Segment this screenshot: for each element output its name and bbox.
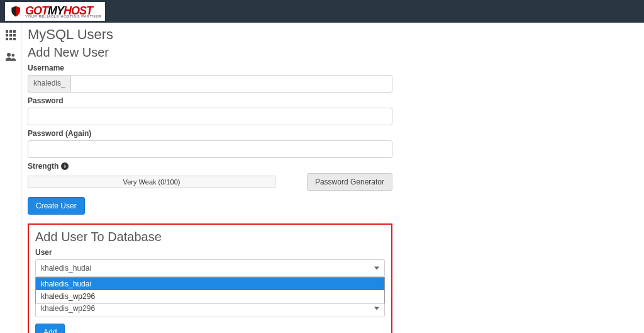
page-title: MySQL Users [28,26,638,43]
create-user-button[interactable]: Create User [28,197,85,215]
info-icon[interactable]: i [61,162,69,170]
strength-meter: Very Weak (0/100) [28,176,275,188]
shield-icon [9,4,23,19]
grid-icon[interactable] [4,29,17,42]
top-navbar: GOTMYHOST YOUR RELIABLE HOSTING PARTNER [0,0,644,23]
add-button[interactable]: Add [35,324,65,333]
svg-rect-6 [6,38,8,40]
svg-rect-5 [13,34,16,37]
add-to-db-heading: Add User To Database [35,230,385,244]
brand-tagline: YOUR RELIABLE HOSTING PARTNER [25,14,101,18]
strength-label: Strength i [28,162,392,171]
password-again-input[interactable] [28,140,392,158]
username-label: Username [28,64,392,72]
users-icon[interactable] [4,50,17,63]
left-sidebar [0,23,21,333]
main-content: MySQL Users Add New User Username khaled… [21,23,644,333]
username-prefix: khaledis_ [28,75,70,93]
password-label: Password [28,96,392,105]
user-select-value: khaledis_hudai [41,264,91,273]
svg-point-9 [7,53,11,57]
svg-rect-2 [13,30,16,33]
user-select-dropdown: khaledis_hudai khaledis_wp296 [35,277,385,303]
add-user-heading: Add New User [28,45,638,60]
svg-rect-4 [9,34,12,37]
password-again-label: Password (Again) [28,129,392,138]
add-user-to-db-section: Add User To Database User khaledis_hudai… [28,223,392,333]
svg-rect-1 [9,30,12,33]
svg-rect-3 [6,34,8,37]
strength-label-text: Strength [28,162,58,171]
svg-point-10 [11,54,14,57]
username-input[interactable] [70,75,392,93]
password-input[interactable] [28,108,392,125]
user-select-label: User [35,248,385,257]
user-select[interactable]: khaledis_hudai [35,259,385,277]
svg-rect-0 [6,30,8,33]
svg-rect-7 [9,38,12,40]
brand-logo: GOTMYHOST YOUR RELIABLE HOSTING PARTNER [5,2,105,21]
user-option-0[interactable]: khaledis_hudai [36,278,384,290]
svg-rect-8 [13,38,16,40]
password-generator-button[interactable]: Password Generator [307,173,392,191]
database-select-value: khaledis_wp296 [41,304,95,313]
user-option-1[interactable]: khaledis_wp296 [36,290,384,303]
